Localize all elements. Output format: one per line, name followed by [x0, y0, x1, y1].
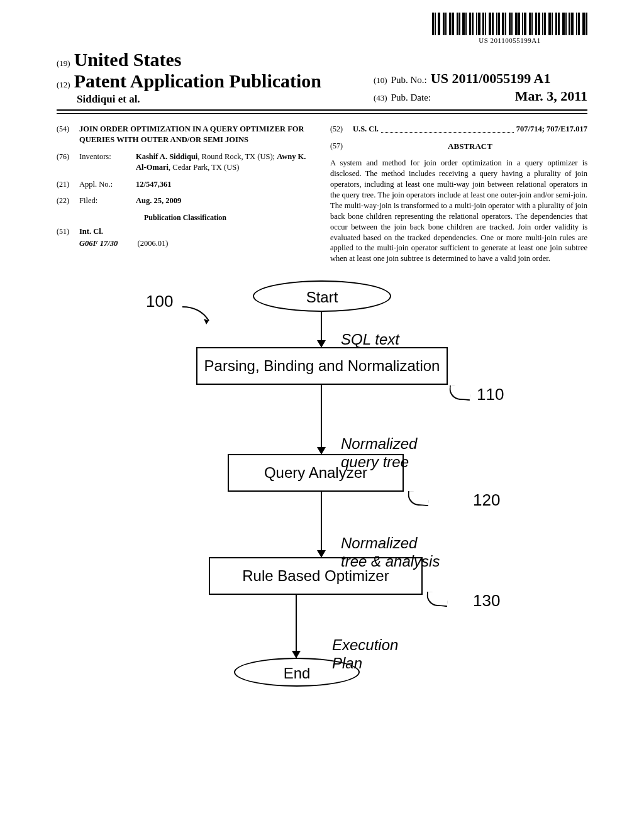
pubclass-heading: Publication Classification [57, 213, 314, 223]
applno-label: Appl. No.: [79, 179, 136, 190]
ref-130: 130 [473, 591, 500, 611]
flowchart: 100 Start SQL text Parsing, Binding and … [121, 280, 523, 687]
barcode-block: US 20110055199A1 [432, 13, 587, 44]
start-node: Start [253, 280, 391, 312]
uscl-value: 707/714; 707/E17.017 [516, 124, 587, 135]
code-52: (52) [330, 124, 353, 135]
code-43: (43) [374, 93, 387, 103]
inventor-1-loc: , Round Rock, TX (US); [197, 152, 277, 161]
ref-110: 110 [477, 385, 504, 404]
publication-type: Patent Application Publication [74, 70, 321, 92]
pubno-value: US 2011/0055199 A1 [431, 70, 551, 87]
label-exec-plan: Execution Plan [332, 636, 398, 673]
document-header: (19) United States (12) Patent Applicati… [57, 49, 587, 114]
filed-label: Filed: [79, 196, 136, 206]
invention-title: JOIN ORDER OPTIMIZATION IN A QUERY OPTIM… [79, 124, 314, 145]
arrow-100-icon [181, 306, 213, 324]
abstract-text: A system and method for join order optim… [330, 158, 587, 264]
inventor-1: Kashif A. Siddiqui [136, 152, 197, 161]
code-10: (10) [374, 75, 387, 86]
barcode-text: US 20110055199A1 [432, 36, 587, 44]
code-54: (54) [57, 124, 79, 145]
bibliographic-section: (54) JOIN ORDER OPTIMIZATION IN A QUERY … [57, 124, 587, 264]
barcode-icon [432, 13, 587, 35]
code-76: (76) [57, 152, 79, 173]
inventor-2-loc: , Cedar Park, TX (US) [169, 163, 239, 172]
applno-value: 12/547,361 [136, 180, 172, 189]
label-normalized-tree: Normalized query tree [341, 435, 417, 472]
code-12: (12) [57, 80, 70, 90]
label-norm-analysis: Normalized tree & analysis [341, 534, 440, 571]
box-parsing: Parsing, Binding and Normalization [196, 347, 448, 385]
country-name: United States [74, 49, 182, 70]
ref-120: 120 [473, 490, 500, 510]
inventors-label: Inventors: [79, 152, 136, 173]
code-57: (57) [330, 141, 353, 156]
pubdate-label: Pub. Date: [391, 92, 431, 103]
code-19: (19) [57, 58, 70, 69]
intcl-year: (2006.01) [138, 239, 169, 248]
code-21: (21) [57, 179, 79, 190]
code-51: (51) [57, 226, 79, 237]
uscl-label: U.S. Cl. [353, 124, 379, 135]
code-22: (22) [57, 196, 79, 206]
inventors-value: Kashif A. Siddiqui, Round Rock, TX (US);… [136, 152, 314, 173]
abstract-heading: ABSTRACT [353, 141, 587, 152]
intcl-value: G06F 17/30 [79, 239, 118, 248]
pubdate-value: Mar. 3, 2011 [515, 88, 587, 104]
ref-100: 100 [146, 292, 173, 311]
authors-line: Siddiqui et al. [77, 93, 321, 106]
intcl-label: Int. Cl. [79, 227, 103, 236]
pubno-label: Pub. No.: [391, 75, 427, 86]
label-sql-text: SQL text [341, 331, 399, 349]
filed-value: Aug. 25, 2009 [136, 196, 181, 205]
